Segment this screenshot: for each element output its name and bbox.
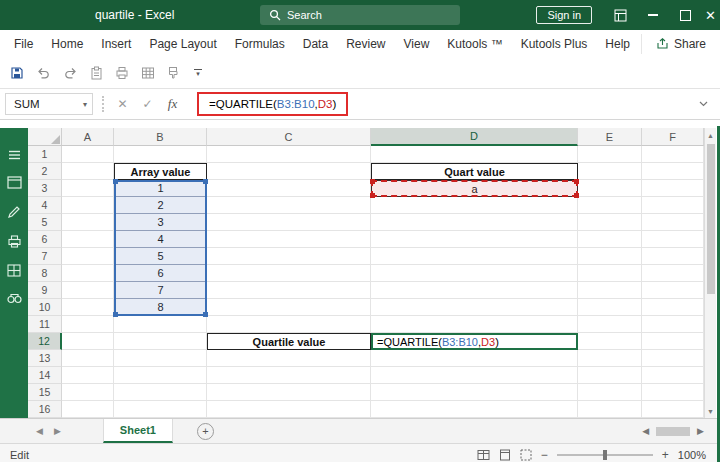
horizontal-scrollbar-thumb[interactable] <box>656 427 690 436</box>
cell-D5[interactable] <box>371 214 578 231</box>
column-header-F[interactable]: F <box>642 128 704 146</box>
cell-B3[interactable]: 1 <box>114 180 207 197</box>
cell-B5[interactable]: 3 <box>114 214 207 231</box>
cell-F5[interactable] <box>642 214 704 231</box>
page-layout-view-icon[interactable] <box>499 449 511 461</box>
cell-D4[interactable] <box>371 197 578 214</box>
cell-C9[interactable] <box>207 282 371 299</box>
cell-F15[interactable] <box>642 384 704 401</box>
column-header-D[interactable]: D <box>371 128 578 146</box>
cell-F11[interactable] <box>642 316 704 333</box>
row-header-6[interactable]: 6 <box>28 231 62 248</box>
cell-C12[interactable]: Quartile value <box>207 333 371 350</box>
menu-tab-view[interactable]: View <box>395 37 439 51</box>
cell-D6[interactable] <box>371 231 578 248</box>
column-header-E[interactable]: E <box>578 128 642 146</box>
cell-D9[interactable] <box>371 282 578 299</box>
cell-E14[interactable] <box>578 367 642 384</box>
cell-B6[interactable]: 4 <box>114 231 207 248</box>
cell-D3[interactable]: a <box>371 180 578 197</box>
menu-tab-data[interactable]: Data <box>294 37 337 51</box>
cell-E10[interactable] <box>578 299 642 316</box>
cell-B16[interactable] <box>114 401 207 418</box>
sheet-tab-sheet1[interactable]: Sheet1 <box>103 419 173 443</box>
cell-D13[interactable] <box>371 350 578 367</box>
search-box[interactable]: Search <box>260 5 460 25</box>
scroll-right-icon[interactable]: ▶ <box>697 426 704 436</box>
scroll-up-icon[interactable]: ▲ <box>705 128 716 142</box>
cell-C3[interactable] <box>207 180 371 197</box>
zoom-slider[interactable] <box>557 454 653 456</box>
cell-D2[interactable]: Quart value <box>371 163 578 180</box>
cell-B4[interactable]: 2 <box>114 197 207 214</box>
vertical-scrollbar[interactable]: ▲ ▼ <box>704 128 716 418</box>
cell-E11[interactable] <box>578 316 642 333</box>
column-header-B[interactable]: B <box>114 128 207 146</box>
zoom-in-button[interactable]: + <box>662 448 669 462</box>
cell-B7[interactable]: 5 <box>114 248 207 265</box>
cell-C8[interactable] <box>207 265 371 282</box>
zoom-out-button[interactable]: − <box>541 448 548 462</box>
menu-tab-kutools[interactable]: Kutools ™ <box>438 37 511 51</box>
scroll-down-icon[interactable]: ▼ <box>705 404 716 418</box>
undo-icon[interactable] <box>36 66 51 80</box>
cell-F16[interactable] <box>642 401 704 418</box>
cell-A8[interactable] <box>62 265 114 282</box>
cell-A2[interactable] <box>62 163 114 180</box>
clipboard-icon[interactable] <box>90 66 103 80</box>
cell-E16[interactable] <box>578 401 642 418</box>
cell-D15[interactable] <box>371 384 578 401</box>
row-header-12[interactable]: 12 <box>28 333 62 350</box>
cell-C13[interactable] <box>207 350 371 367</box>
cell-A15[interactable] <box>62 384 114 401</box>
grid-icon[interactable] <box>7 264 21 277</box>
cell-E9[interactable] <box>578 282 642 299</box>
customize-toolbar-icon[interactable]: ▾ <box>194 69 202 77</box>
new-sheet-button[interactable]: + <box>197 423 214 440</box>
cell-E7[interactable] <box>578 248 642 265</box>
formula-input[interactable]: =QUARTILE(B3:B10,D3) <box>209 98 336 110</box>
insert-function-button[interactable]: fx <box>160 93 185 115</box>
row-header-16[interactable]: 16 <box>28 401 62 418</box>
zoom-slider-thumb[interactable] <box>603 450 607 460</box>
ribbon-display-options-icon[interactable] <box>608 9 632 22</box>
cell-F3[interactable] <box>642 180 704 197</box>
row-header-4[interactable]: 4 <box>28 197 62 214</box>
previous-sheet-icon[interactable]: ◀ <box>36 426 43 436</box>
cell-B1[interactable] <box>114 146 207 163</box>
row-header-1[interactable]: 1 <box>28 146 62 163</box>
cell-F2[interactable] <box>642 163 704 180</box>
cell-E8[interactable] <box>578 265 642 282</box>
menu-tab-kutools-plus[interactable]: Kutools Plus <box>512 37 597 51</box>
menu-tab-home[interactable]: Home <box>42 37 92 51</box>
maximize-button[interactable] <box>680 10 691 21</box>
enter-button[interactable]: ✓ <box>135 93 160 115</box>
cell-F6[interactable] <box>642 231 704 248</box>
cell-F13[interactable] <box>642 350 704 367</box>
cell-D12[interactable]: =QUARTILE(B3:B10,D3) <box>371 333 578 350</box>
cell-C14[interactable] <box>207 367 371 384</box>
cell-F14[interactable] <box>642 367 704 384</box>
name-box[interactable]: SUM ▾ <box>5 93 93 115</box>
row-header-10[interactable]: 10 <box>28 299 62 316</box>
cell-C5[interactable] <box>207 214 371 231</box>
cell-A6[interactable] <box>62 231 114 248</box>
cell-E3[interactable] <box>578 180 642 197</box>
page-break-view-icon[interactable] <box>520 449 532 461</box>
cell-E15[interactable] <box>578 384 642 401</box>
cell-D11[interactable] <box>371 316 578 333</box>
zoom-level-label[interactable]: 100% <box>678 449 706 461</box>
menu-tab-insert[interactable]: Insert <box>92 37 140 51</box>
cell-E2[interactable] <box>578 163 642 180</box>
menu-tab-file[interactable]: File <box>5 37 42 51</box>
share-button[interactable]: Share <box>641 34 720 54</box>
cell-E6[interactable] <box>578 231 642 248</box>
table-icon[interactable] <box>141 66 155 80</box>
vertical-scrollbar-thumb[interactable] <box>707 144 715 294</box>
cancel-button[interactable]: ✕ <box>110 93 135 115</box>
cell-A9[interactable] <box>62 282 114 299</box>
minimize-button[interactable] <box>638 0 668 30</box>
pencil-icon[interactable] <box>7 205 21 219</box>
cell-C11[interactable] <box>207 316 371 333</box>
cell-F8[interactable] <box>642 265 704 282</box>
